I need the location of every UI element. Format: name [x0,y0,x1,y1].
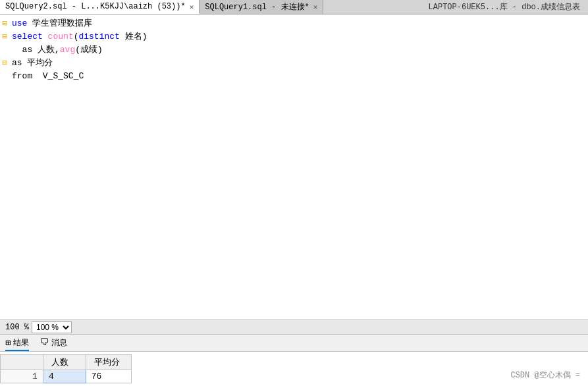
tab-right-info: LAPTOP-6UEK5...库 - dbo.成绩信息表 [421,0,588,14]
line-content-4: as 平均分 [9,57,588,70]
result-tab-results[interactable]: ⊞ 结果 [5,337,29,351]
result-tab-messages[interactable]: 🗨 消息 [40,337,67,351]
zoom-indicator: 100 % 100 % 75 % 125 % [5,321,72,333]
tab-sqlquery2-label: SQLQuery2.sql - L...K5KJJ\aaizh (53))* [5,2,186,11]
line-content-2: select count(distinct 姓名) [9,30,588,43]
code-line-1: ⊟ use 学生管理数据库 [0,17,588,30]
line-marker-1: ⊟ [0,17,9,30]
result-tab-messages-label: 消息 [51,337,67,348]
line-marker-2: ⊟ [0,30,9,43]
zoom-label: 100 % [5,323,29,332]
code-line-5: from V_S_SC_C [0,70,588,83]
tab-sqlquery2[interactable]: SQLQuery2.sql - L...K5KJJ\aaizh (53))* ✕ [0,0,200,14]
line-content-1: use 学生管理数据库 [9,17,588,30]
code-line-2: ⊟ select count(distinct 姓名) [0,30,588,43]
line-content-5: from V_S_SC_C [9,70,588,83]
tab-sqlquery1[interactable]: SQLQuery1.sql - 未连接* ✕ [200,0,323,14]
main-area: ⊟ use 学生管理数据库 ⊟ select count(distinct 姓名… [0,14,588,386]
result-table: 人数 平均分 1 4 76 [0,354,132,383]
line-content-6 [9,83,588,96]
cell-pingjunfen-1: 76 [86,370,131,383]
col-header-empty [1,355,43,370]
code-line-4: ⊟ as 平均分 [0,57,588,70]
status-bar: 100 % 100 % 75 % 125 % [0,320,588,335]
col-header-pingjunfen: 平均分 [86,355,131,370]
result-table-header-row: 人数 平均分 [1,355,132,370]
code-editor[interactable]: ⊟ use 学生管理数据库 ⊟ select count(distinct 姓名… [0,14,588,319]
tab-sqlquery1-label: SQLQuery1.sql - 未连接* [205,1,309,13]
col-header-renshu: 人数 [43,355,86,370]
zoom-dropdown[interactable]: 100 % 75 % 125 % [32,321,72,333]
editor-area: ⊟ use 学生管理数据库 ⊟ select count(distinct 姓名… [0,14,588,319]
watermark: CSDN @空心木偶 = [510,370,580,381]
tab-sqlquery1-close[interactable]: ✕ [313,3,318,11]
code-line-6 [0,83,588,96]
tab-bar: SQLQuery2.sql - L...K5KJJ\aaizh (53))* ✕… [0,0,588,14]
result-tab-results-label: 结果 [13,337,29,348]
table-row: 1 4 76 [1,370,132,383]
bottom-panel: 100 % 100 % 75 % 125 % ⊞ 结果 🗨 消息 [0,319,588,386]
line-content-3: as 人数,avg(成绩) [9,43,588,57]
result-tabs: ⊞ 结果 🗨 消息 [0,335,588,352]
results-icon: ⊞ [5,337,11,348]
tab-sqlquery2-close[interactable]: ✕ [190,3,194,11]
cell-renshu-1: 4 [43,370,86,383]
row-num-1: 1 [1,370,43,383]
messages-icon: 🗨 [40,337,49,348]
result-content: 人数 平均分 1 4 76 CSDN @空心木偶 = [0,352,588,386]
code-line-3: as 人数,avg(成绩) [0,43,588,57]
line-marker-4: ⊟ [0,57,9,70]
